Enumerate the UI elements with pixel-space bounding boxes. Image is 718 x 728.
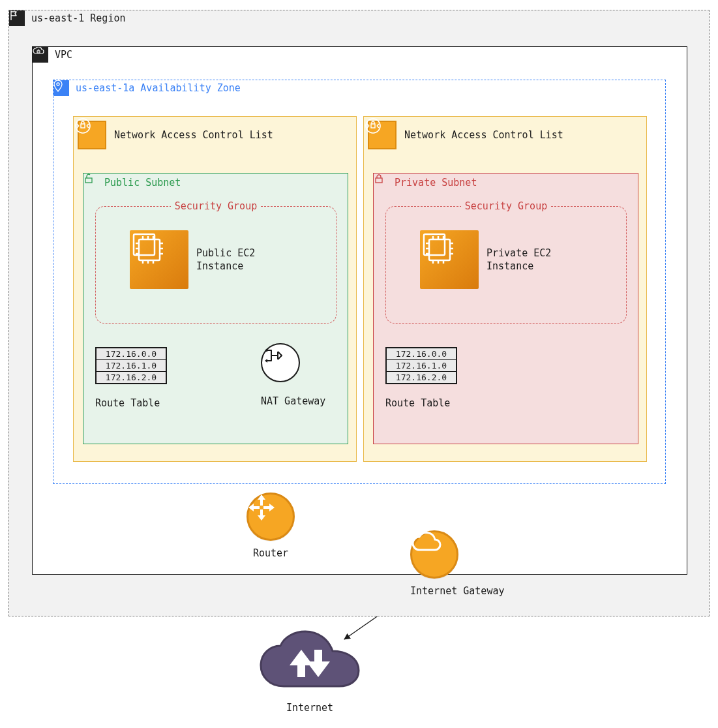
availability-zone-container: us-east-1a Availability Zone Network Acc… — [53, 80, 666, 484]
private-ec2: Private EC2 Instance — [420, 230, 551, 289]
nacl-private-container: Network Access Control List Private Subn… — [363, 116, 647, 462]
svg-point-6 — [57, 83, 59, 85]
svg-rect-25 — [371, 124, 375, 128]
svg-rect-5 — [37, 51, 40, 53]
private-subnet-header: Private Subnet — [374, 174, 638, 192]
public-security-group: Security Group Public EC2 Instance — [95, 206, 337, 324]
router-icon — [247, 493, 295, 541]
nacl-label: Network Access Control List — [114, 129, 273, 141]
svg-rect-28 — [424, 234, 445, 255]
public-route-list: 172.16.0.0 172.16.1.0 172.16.2.0 — [95, 347, 167, 384]
internet-cloud-icon — [254, 630, 365, 695]
public-ec2-label: Public EC2 Instance — [196, 247, 255, 273]
pin-icon — [53, 80, 69, 96]
public-secgroup-label: Security Group — [96, 200, 336, 212]
region-header: us-east-1 Region — [9, 10, 126, 26]
svg-rect-11 — [134, 234, 155, 255]
private-secgroup-label: Security Group — [386, 200, 626, 212]
private-route-table: 172.16.0.0 172.16.1.0 172.16.2.0 Route T… — [385, 347, 457, 409]
public-ec2: Public EC2 Instance — [130, 230, 255, 289]
az-label: us-east-1a Availability Zone — [76, 82, 241, 94]
region-container: us-east-1 Region VPC us-east-1a Availabi… — [8, 10, 710, 616]
flag-icon — [9, 10, 25, 26]
private-security-group: Security Group Private EC2 Instance — [385, 206, 627, 324]
cloud-lock-icon — [33, 47, 48, 63]
nacl-header-left: Network Access Control List — [74, 117, 356, 153]
ec2-icon — [420, 230, 479, 289]
private-subnet-container: Private Subnet Security Group — [373, 173, 638, 444]
route-row: 172.16.1.0 — [97, 360, 166, 372]
route-row: 172.16.2.0 — [387, 372, 456, 383]
public-subnet-label: Public Subnet — [104, 177, 181, 189]
cloud-icon — [410, 530, 458, 579]
ec2-icon — [130, 230, 188, 289]
lock-closed-icon — [376, 176, 389, 189]
router-node: Router — [247, 493, 295, 559]
vpc-header: VPC — [33, 47, 687, 63]
public-subnet-container: Public Subnet Security Group — [83, 173, 348, 444]
internet-node: Internet — [254, 630, 365, 714]
nacl-public-container: Network Access Control List Public Subne… — [73, 116, 357, 462]
public-route-caption: Route Table — [95, 397, 167, 409]
nat-icon — [261, 343, 300, 382]
private-route-list: 172.16.0.0 172.16.1.0 172.16.2.0 — [385, 347, 457, 384]
az-header: us-east-1a Availability Zone — [53, 80, 665, 96]
internet-gateway-node: Internet Gateway — [410, 530, 505, 597]
route-row: 172.16.1.0 — [387, 360, 456, 372]
route-row: 172.16.2.0 — [97, 372, 166, 383]
router-label: Router — [247, 547, 295, 559]
svg-rect-26 — [376, 178, 382, 183]
svg-rect-27 — [429, 239, 450, 260]
nacl-label: Network Access Control List — [404, 129, 563, 141]
vpc-container: VPC us-east-1a Availability Zone Network… — [32, 46, 687, 575]
public-subnet-header: Public Subnet — [83, 174, 348, 192]
svg-rect-10 — [139, 239, 160, 260]
nacl-header-right: Network Access Control List — [364, 117, 646, 153]
svg-rect-9 — [85, 178, 92, 183]
route-row: 172.16.0.0 — [387, 348, 456, 360]
private-ec2-label: Private EC2 Instance — [486, 247, 551, 273]
nacl-icon — [368, 121, 396, 149]
nat-label: NAT Gateway — [261, 395, 325, 407]
private-route-caption: Route Table — [385, 397, 457, 409]
private-subnet-label: Private Subnet — [395, 177, 477, 189]
vpc-label: VPC — [55, 49, 72, 61]
public-route-table: 172.16.0.0 172.16.1.0 172.16.2.0 Route T… — [95, 347, 167, 409]
igw-label: Internet Gateway — [410, 585, 505, 597]
region-label: us-east-1 Region — [31, 12, 126, 24]
route-row: 172.16.0.0 — [97, 348, 166, 360]
internet-label: Internet — [254, 702, 365, 714]
nat-gateway: NAT Gateway — [261, 343, 325, 407]
svg-rect-8 — [81, 124, 85, 128]
nacl-icon — [78, 121, 106, 149]
lock-open-icon — [86, 176, 99, 189]
